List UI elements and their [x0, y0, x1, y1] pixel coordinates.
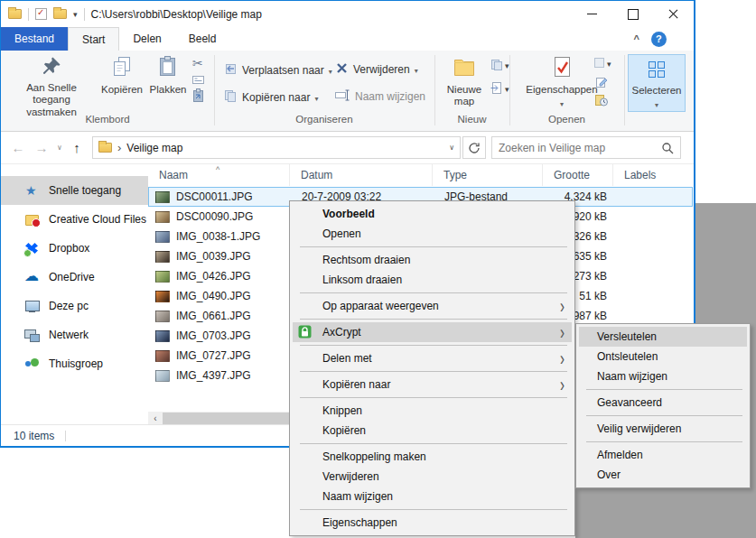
- move-to-button[interactable]: Verplaatsen naar: [223, 61, 332, 79]
- sidebar-item[interactable]: Deze pc: [1, 292, 148, 320]
- new-folder-button[interactable]: Nieuwe map: [440, 55, 489, 108]
- sidebar-item-label: Dropbox: [49, 242, 89, 255]
- tab-delen[interactable]: Delen: [119, 27, 174, 51]
- tab-start[interactable]: Start: [68, 27, 119, 51]
- file-name: IMG_0038-1.JPG: [176, 230, 260, 243]
- refresh-button[interactable]: [462, 136, 486, 159]
- chevron-down-icon: [505, 60, 509, 70]
- breadcrumb[interactable]: Veilige map: [126, 142, 182, 154]
- menu-item-label: Voorbeeld: [322, 208, 375, 220]
- column-header[interactable]: Type: [433, 164, 543, 186]
- scroll-left-icon[interactable]: [148, 413, 163, 423]
- easy-access-button[interactable]: [490, 81, 509, 95]
- sidebar-item[interactable]: Snelle toegang: [1, 176, 148, 205]
- forward-icon[interactable]: [30, 140, 53, 155]
- menu-item[interactable]: Rechtsom draaien: [293, 250, 572, 270]
- menu-item[interactable]: AxCrypt: [293, 322, 572, 342]
- pin-to-quick-access-button[interactable]: Aan Snelle toegang vastmaken: [6, 55, 97, 118]
- cut-button[interactable]: [192, 56, 203, 70]
- menu-item[interactable]: Naam wijzigen: [293, 487, 572, 506]
- minimize-button[interactable]: [572, 1, 612, 27]
- back-icon[interactable]: [6, 140, 30, 155]
- recent-locations-icon[interactable]: [53, 144, 66, 152]
- edit-button[interactable]: [595, 76, 608, 88]
- file-name: DSC00011.JPG: [176, 190, 253, 203]
- menu-item[interactable]: Verwijderen: [293, 467, 572, 487]
- chevron-down-icon: [655, 98, 658, 111]
- column-header[interactable]: Datum: [290, 164, 433, 186]
- up-icon[interactable]: [66, 140, 88, 155]
- paste-shortcut-button[interactable]: [192, 88, 204, 103]
- open-item-button[interactable]: [593, 57, 611, 69]
- menu-item[interactable]: Linksom draaien: [293, 270, 572, 290]
- file-name-cell: IMG_0703.JPG: [149, 329, 291, 342]
- sidebar-item[interactable]: Netwerk: [1, 320, 148, 349]
- delete-button[interactable]: Verwijderen: [335, 61, 418, 78]
- history-button[interactable]: [595, 94, 608, 107]
- rename-button[interactable]: Naam wijzigen: [335, 88, 425, 105]
- rename-icon: [335, 88, 350, 105]
- tab-beeld[interactable]: Beeld: [175, 27, 230, 51]
- quick-access-toolbar-folder-icon[interactable]: [53, 9, 67, 19]
- title-bar: C:\Users\robbi\Desktop\Veilige map: [1, 1, 694, 27]
- properties-button[interactable]: Eigenschappen: [532, 55, 592, 110]
- copy-path-button[interactable]: [191, 74, 205, 86]
- column-header-label: Grootte: [554, 169, 590, 181]
- sidebar-item[interactable]: Dropbox: [1, 234, 148, 263]
- menu-item[interactable]: Voorbeeld: [293, 204, 572, 224]
- menu-separator: [300, 397, 567, 398]
- menu-item[interactable]: Kopiëren naar: [293, 375, 572, 394]
- submenu-item[interactable]: Veilig verwijderen: [579, 419, 747, 439]
- close-button[interactable]: [653, 1, 694, 27]
- copy-to-button[interactable]: Kopiëren naar: [223, 88, 318, 106]
- submenu-item[interactable]: Ontsleutelen: [579, 347, 747, 366]
- submenu-item[interactable]: Naam wijzigen: [579, 366, 747, 386]
- menu-item[interactable]: Op apparaat weergeven: [293, 296, 572, 316]
- menu-item[interactable]: Snelkoppeling maken: [293, 447, 572, 467]
- navigation-bar: Veilige map: [1, 132, 694, 164]
- file-name-cell: DSC00011.JPG: [149, 190, 291, 203]
- new-item-button[interactable]: [490, 59, 509, 71]
- column-header[interactable]: Labels: [613, 164, 693, 186]
- submenu-item-label: Naam wijzigen: [597, 370, 667, 383]
- menu-item-label: Snelkoppeling maken: [322, 450, 426, 463]
- menu-item[interactable]: Delen met: [293, 348, 572, 368]
- quick-access-toolbar-properties-icon[interactable]: [35, 8, 47, 20]
- column-headers: Naam Datum Type Grootte Labels: [148, 164, 693, 186]
- divider: [84, 8, 85, 21]
- menu-item[interactable]: Kopiëren: [293, 421, 572, 441]
- submenu-item[interactable]: Afmelden: [579, 445, 747, 465]
- menu-item[interactable]: Eigenschappen: [293, 513, 572, 533]
- menu-separator: [586, 415, 742, 416]
- select-button[interactable]: Selecteren: [628, 54, 686, 112]
- search-box[interactable]: [491, 136, 681, 159]
- collapse-ribbon-icon[interactable]: [634, 33, 639, 44]
- sidebar-item[interactable]: OneDrive: [1, 263, 148, 292]
- axcrypt-submenu: Versleutelen Ontsleutelen Naam wijzigen …: [575, 323, 751, 488]
- column-header[interactable]: Grootte: [543, 164, 613, 186]
- quick-access-toolbar-dropdown-icon[interactable]: [73, 10, 78, 19]
- submenu-item[interactable]: Geavanceerd: [579, 393, 747, 413]
- copy-button[interactable]: Kopiëren: [98, 55, 145, 96]
- sidebar-item[interactable]: Creative Cloud Files: [1, 205, 148, 234]
- menu-item[interactable]: Openen: [293, 224, 572, 244]
- submenu-item[interactable]: Over: [579, 465, 747, 485]
- paste-label: Plakken: [150, 84, 187, 97]
- submenu-item[interactable]: Versleutelen: [579, 327, 747, 347]
- address-bar[interactable]: Veilige map: [92, 136, 461, 159]
- file-name: IMG_4397.JPG: [176, 369, 251, 382]
- tab-bestand[interactable]: Bestand: [1, 27, 68, 51]
- menu-item-label: Linksom draaien: [322, 274, 402, 286]
- search-input[interactable]: [499, 142, 661, 154]
- paste-button[interactable]: Plakken: [145, 55, 191, 96]
- breadcrumb-arrow-icon: [117, 141, 121, 154]
- maximize-button[interactable]: [612, 1, 653, 27]
- help-icon[interactable]: [651, 32, 667, 47]
- menu-item-label: Eigenschappen: [322, 516, 397, 529]
- address-folder-icon: [98, 143, 112, 153]
- sidebar-item[interactable]: Thuisgroep: [1, 349, 148, 378]
- menu-item[interactable]: Knippen: [293, 401, 572, 421]
- copy-to-label: Kopiëren naar: [242, 91, 310, 104]
- address-dropdown-icon[interactable]: [449, 144, 454, 152]
- sidebar-item-icon: [24, 241, 41, 255]
